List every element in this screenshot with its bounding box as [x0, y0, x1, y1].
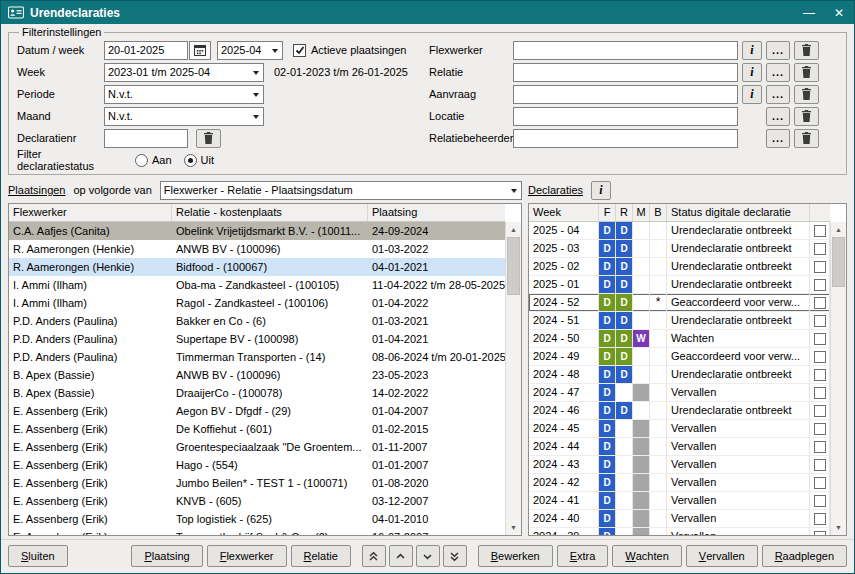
placement-row[interactable]: E. Assenberg (Erik)KNVB - (605)03-12-200…	[9, 492, 505, 510]
row-checkbox[interactable]	[814, 459, 826, 471]
close-button[interactable]: ✕	[831, 6, 847, 20]
flexwerker-filter-input[interactable]	[513, 41, 738, 60]
declaration-row[interactable]: 2025 - 03DDUrendeclaratie ontbreekt	[529, 240, 830, 258]
placement-row[interactable]: P.D. Anders (Paulina)Timmerman Transport…	[9, 348, 505, 366]
declaration-row[interactable]: 2024 - 39DVervallen	[529, 528, 830, 535]
declaratienr-trash-icon[interactable]	[196, 129, 221, 148]
declaration-row[interactable]: 2024 - 41DVervallen	[529, 492, 830, 510]
actieve-plaatsingen-checkbox[interactable]	[293, 44, 306, 57]
scroll-down-icon[interactable]: ▼	[831, 520, 846, 535]
row-checkbox[interactable]	[814, 333, 826, 345]
declaration-row[interactable]: 2024 - 44DVervallen	[529, 438, 830, 456]
next-button-chevron-down-icon[interactable]	[416, 545, 440, 567]
placement-row[interactable]: E. Assenberg (Erik)Transportbedrijf Snel…	[9, 528, 505, 535]
maand-select[interactable]: N.v.t.	[104, 107, 264, 126]
minimize-button[interactable]: —	[801, 6, 817, 20]
declaration-row[interactable]: 2024 - 42DVervallen	[529, 474, 830, 492]
row-checkbox[interactable]	[814, 441, 826, 453]
declaration-row[interactable]: 2024 - 51DDUrendeclaratie ontbreekt	[529, 312, 830, 330]
relatie-trash-icon[interactable]	[794, 63, 819, 82]
placement-row[interactable]: B. Apex (Bassie)DraaijerCo - (100078)14-…	[9, 384, 505, 402]
calendar-icon[interactable]	[189, 41, 211, 60]
raadplegen-button[interactable]: Raadplegen	[762, 545, 847, 567]
scroll-thumb[interactable]	[507, 237, 520, 295]
relatie-browse-button[interactable]: ...	[766, 63, 790, 82]
status-aan-radio[interactable]	[135, 154, 148, 167]
scroll-down-icon[interactable]: ▼	[506, 520, 521, 535]
locatie-filter-input[interactable]	[513, 107, 738, 126]
plaatsingen-toggle[interactable]: Plaatsingen	[8, 184, 66, 196]
declaraties-toggle[interactable]: Declaraties	[528, 184, 583, 196]
datum-week-select[interactable]: 2025-04	[217, 41, 283, 60]
sort-select[interactable]: Flexwerker - Relatie - Plaatsingsdatum	[160, 181, 522, 200]
column-header-m[interactable]: M	[633, 204, 650, 221]
flexwerker-button[interactable]: Flexwerker	[207, 545, 287, 567]
placement-row[interactable]: I. Ammi (Ilham)Ragol - Zandkasteel - (10…	[9, 294, 505, 312]
placement-row[interactable]: R. Aamerongen (Henkie)ANWB BV - (100096)…	[9, 240, 505, 258]
locatie-trash-icon[interactable]	[794, 107, 819, 126]
plaatsing-button[interactable]: Plaatsing	[131, 545, 202, 567]
declaration-row[interactable]: 2024 - 40DVervallen	[529, 510, 830, 528]
declarations-vertical-scrollbar[interactable]: ▲ ▼	[830, 222, 846, 535]
previous-button-chevron-up-icon[interactable]	[389, 545, 413, 567]
row-checkbox[interactable]	[814, 513, 826, 525]
flexwerker-trash-icon[interactable]	[794, 41, 819, 60]
locatie-browse-button[interactable]: ...	[766, 107, 790, 126]
placement-row[interactable]: E. Assenberg (Erik)Aegon BV - Dfgdf - (2…	[9, 402, 505, 420]
status-uit-label[interactable]: Uit	[201, 154, 214, 166]
row-checkbox[interactable]	[814, 261, 826, 273]
wachten-button[interactable]: Wachten	[612, 545, 681, 567]
row-checkbox[interactable]	[814, 279, 826, 291]
datum-input[interactable]	[104, 41, 188, 60]
flexwerker-info-button[interactable]: i	[742, 41, 762, 60]
declaration-row[interactable]: 2025 - 02DDUrendeclaratie ontbreekt	[529, 258, 830, 276]
periode-select[interactable]: N.v.t.	[104, 85, 264, 104]
row-checkbox[interactable]	[814, 387, 826, 399]
aanvraag-filter-input[interactable]	[513, 85, 738, 104]
flexwerker-browse-button[interactable]: ...	[766, 41, 790, 60]
placement-row[interactable]: I. Ammi (Ilham)Oba-ma - Zandkasteel - (1…	[9, 276, 505, 294]
scroll-thumb[interactable]	[832, 237, 845, 287]
row-checkbox[interactable]	[814, 315, 826, 327]
bewerken-button[interactable]: Bewerken	[478, 545, 553, 567]
placement-row[interactable]: E. Assenberg (Erik)De Koffiehut - (601)0…	[9, 420, 505, 438]
status-uit-radio[interactable]	[184, 154, 197, 167]
scroll-up-icon[interactable]: ▲	[831, 222, 846, 237]
column-header-plaatsing[interactable]: Plaatsing	[368, 204, 505, 221]
relatie-info-button[interactable]: i	[742, 63, 762, 82]
row-checkbox[interactable]	[814, 423, 826, 435]
row-checkbox[interactable]	[814, 477, 826, 489]
row-checkbox[interactable]	[814, 369, 826, 381]
row-checkbox[interactable]	[814, 225, 826, 237]
declaration-row[interactable]: 2025 - 01DDUrendeclaratie ontbreekt	[529, 276, 830, 294]
declaration-row[interactable]: 2024 - 45DVervallen	[529, 420, 830, 438]
declaration-row[interactable]: 2024 - 48DDUrendeclaratie ontbreekt	[529, 366, 830, 384]
row-checkbox[interactable]	[814, 405, 826, 417]
relatiebeheerder-filter-input[interactable]	[513, 129, 738, 148]
placement-row[interactable]: E. Assenberg (Erik)Jumbo Beilen* - TEST …	[9, 474, 505, 492]
column-header-flexwerker[interactable]: Flexwerker	[9, 204, 172, 221]
column-header-r[interactable]: R	[616, 204, 633, 221]
placement-row[interactable]: P.D. Anders (Paulina)Supertape BV - (100…	[9, 330, 505, 348]
vervallen-button[interactable]: Vervallen	[686, 545, 758, 567]
declaration-row[interactable]: 2024 - 49DDGeaccordeerd voor verw...	[529, 348, 830, 366]
column-header-b[interactable]: B	[650, 204, 667, 221]
last-button-double-chevron-down-icon[interactable]	[443, 545, 467, 567]
column-header-f[interactable]: F	[599, 204, 616, 221]
extra-button[interactable]: Extra	[557, 545, 609, 567]
declaratienr-input[interactable]	[104, 129, 188, 148]
aanvraag-info-button[interactable]: i	[742, 85, 762, 104]
relatie-button[interactable]: Relatie	[291, 545, 351, 567]
actieve-plaatsingen-label[interactable]: Actieve plaatsingen	[311, 44, 406, 56]
scroll-up-icon[interactable]: ▲	[506, 222, 521, 237]
declaration-row[interactable]: 2024 - 46DDUrendeclaratie ontbreekt	[529, 402, 830, 420]
placement-row[interactable]: P.D. Anders (Paulina)Bakker en Co - (6)0…	[9, 312, 505, 330]
week-select[interactable]: 2023-01 t/m 2025-04	[104, 63, 264, 82]
column-header-week[interactable]: Week	[529, 204, 599, 221]
relatiebeheerder-trash-icon[interactable]	[794, 129, 819, 148]
declaraties-info-button[interactable]: i	[591, 181, 611, 200]
declaration-row[interactable]: 2024 - 47DVervallen	[529, 384, 830, 402]
first-button-double-chevron-up-icon[interactable]	[362, 545, 386, 567]
column-header-relatie-kostenplaats[interactable]: Relatie - kostenplaats	[172, 204, 368, 221]
relatie-filter-input[interactable]	[513, 63, 738, 82]
